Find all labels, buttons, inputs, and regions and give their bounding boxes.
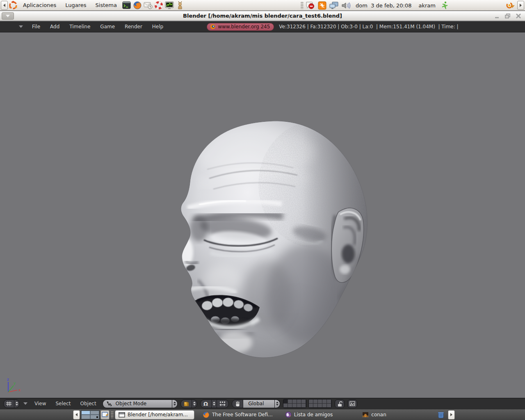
taskbar-hide-right-button[interactable] [448,410,455,420]
task-lista-de-amigos[interactable]: Lista de amigos [282,410,336,420]
menu-sistema[interactable]: Sistema [91,0,121,11]
blender-logo-icon [210,23,216,30]
workspace-4[interactable] [90,415,99,419]
draw-type-selector[interactable] [180,399,197,408]
menu-help[interactable]: Help [147,21,168,32]
manipulator-toggle[interactable] [217,400,228,408]
menu-render[interactable]: Render [120,21,147,32]
manipulator-icon [219,401,226,406]
orientation-label: Global [247,401,265,406]
axis-gizmo: z x y [3,377,25,398]
header-collapse-icon[interactable] [23,402,27,405]
workspace-3[interactable] [81,415,90,419]
taskbar-hide-left-button[interactable] [73,410,80,420]
clock-applet[interactable]: dom 3 de feb, 20:08 [352,2,415,9]
svg-text:z: z [7,377,9,381]
show-desktop-icon [102,411,108,418]
minimize-button[interactable] [492,12,502,20]
blender-window-titlebar[interactable]: Blender [/home/akram/mis blender/cara_te… [0,11,525,21]
svg-text:x: x [18,388,21,392]
arrow-left-icon [75,413,78,416]
system-monitor-icon[interactable] [164,0,174,10]
notification-star-icon[interactable] [317,0,327,10]
blender-org-badge[interactable]: www.blender.org 245 [207,23,274,31]
displays-icon[interactable] [329,0,339,10]
panel-hide-left-button[interactable] [1,1,8,10]
tasklist-grip-handle[interactable] [111,411,114,418]
sculpted-head-model[interactable] [174,117,371,363]
draw-type-stepper[interactable] [192,400,197,408]
workspace-switcher[interactable] [81,410,100,420]
volume-icon[interactable] [341,0,351,10]
menu-lugares[interactable]: Lugares [61,0,91,11]
close-button[interactable] [514,12,523,20]
task-label: Lista de amigos [294,412,333,418]
show-desktop-button[interactable] [100,410,110,420]
image-thumbnail-icon [362,412,369,418]
ubuntu-logo-icon[interactable] [8,0,18,10]
menu-aplicaciones[interactable]: Aplicaciones [18,0,61,11]
scene-stats: Ve:312326 | Fa:312320 | Ob:3-0 | La:0 | … [279,24,458,30]
chevron-down-icon [6,15,10,17]
window-menu-button[interactable] [2,12,14,20]
fusion-icon[interactable] [505,0,515,10]
menu-add[interactable]: Add [45,21,64,32]
task-firefox[interactable]: The Free Software Defi... [199,410,276,420]
editor-type-stepper[interactable] [14,400,19,408]
render-preview-button[interactable] [347,399,357,408]
menu-object[interactable]: Object [77,401,100,406]
mail-clock-icon[interactable] [143,0,153,10]
orientation-selector-group[interactable]: Global [232,399,280,408]
menu-game[interactable]: Game [95,21,120,32]
layer-buttons [283,399,332,408]
mode-stepper[interactable] [172,400,177,408]
solid-shading-icon [181,400,192,408]
mode-label: Object Mode [114,401,148,406]
trash-icon[interactable] [436,410,446,420]
arrow-right-icon [520,4,522,7]
workspace-1[interactable] [81,411,90,415]
menu-select[interactable]: Select [52,401,74,406]
arrow-left-icon [3,4,5,7]
layer-grid-1[interactable] [283,399,306,408]
pidgin-icon [285,411,292,418]
window-icon [119,412,125,418]
user-switcher-name[interactable]: akram [416,2,438,9]
terminal-icon[interactable] [122,0,132,10]
firefox-icon [203,411,210,418]
orientation-stepper[interactable] [274,400,280,408]
layer-1[interactable] [283,399,288,404]
firefox-icon[interactable] [132,0,142,10]
editor-type-button[interactable] [3,399,20,408]
task-blender[interactable]: Blender [/home/akram... [115,410,194,420]
menu-timeline[interactable]: Timeline [64,21,95,32]
panel-hide-right-button[interactable] [517,1,524,10]
3d-viewport[interactable]: z x y [0,33,525,398]
hand-icon [232,400,243,408]
task-label: conan [371,412,386,418]
running-man-icon[interactable] [440,0,450,10]
mascot-launcher-icon[interactable] [175,0,185,10]
pivot-selector-group[interactable]: Ω [200,399,229,408]
task-label: Blender [/home/akram... [128,412,188,418]
tray-grip-handle[interactable] [301,2,304,9]
svg-text:y: y [14,381,16,385]
restore-button[interactable] [503,12,513,20]
layer-grid-2[interactable] [308,399,332,408]
menu-file[interactable]: File [27,21,45,32]
lock-toggle-button[interactable] [335,399,345,408]
header-collapse-icon[interactable] [19,25,23,28]
im-status-busy-icon[interactable] [305,0,315,10]
task-label: The Free Software Defi... [212,412,273,418]
window-title: Blender [/home/akram/mis blender/cara_te… [0,13,525,19]
object-mode-icon [106,401,112,406]
workspace-2[interactable] [90,411,99,415]
task-conan[interactable]: conan [359,410,390,420]
pivot-stepper[interactable] [211,400,217,408]
gnome-top-panel: Aplicaciones Lugares Sistema dom 3 de fe… [0,0,525,11]
help-lifesaver-icon[interactable] [154,0,164,10]
mode-selector[interactable]: Object Mode [103,399,178,408]
editor-type-grid-icon [4,400,14,408]
svg-text:Ω: Ω [203,401,208,407]
menu-view[interactable]: View [31,401,49,406]
